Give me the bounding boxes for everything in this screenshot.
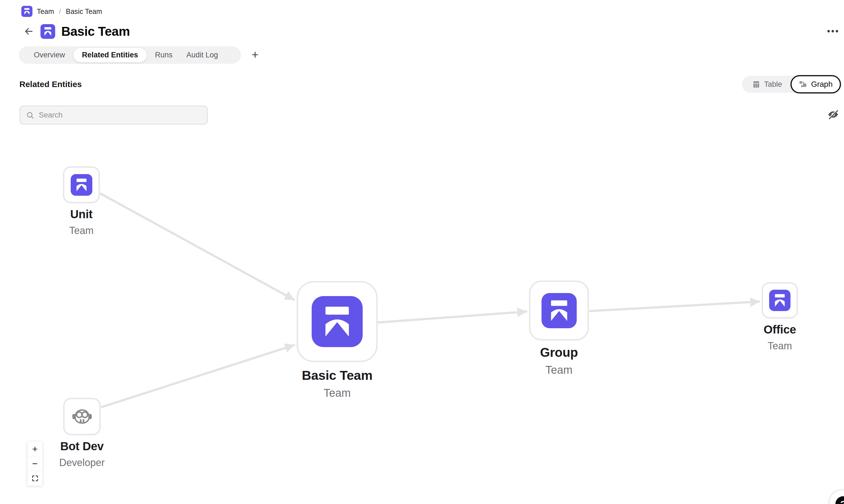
table-view-label: Table — [764, 80, 782, 89]
eye-off-icon[interactable] — [827, 109, 839, 120]
view-toggle: Table Graph — [742, 76, 841, 93]
node-label: Office Team — [702, 323, 844, 352]
entity-type-icon — [40, 24, 55, 39]
entity-card[interactable] — [63, 398, 101, 435]
graph-node-unit[interactable]: Unit Team — [63, 166, 100, 203]
tab-bar: Overview Related Entities Runs Audit Log — [19, 46, 241, 64]
section-title: Related Entities — [19, 79, 82, 89]
graph-node-group[interactable]: Group Team — [529, 281, 589, 340]
developer-bot-icon — [71, 406, 93, 428]
graph-view-label: Graph — [811, 80, 833, 89]
team-entity-icon — [71, 174, 92, 196]
graph-view-button[interactable]: Graph — [790, 75, 841, 93]
graph-edge-basic-group — [379, 312, 526, 322]
node-subtitle: Team — [259, 387, 415, 399]
tab-audit-log[interactable]: Audit Log — [181, 46, 223, 64]
fullscreen-icon[interactable] — [28, 471, 42, 486]
entity-card[interactable] — [297, 281, 378, 362]
related-entities-page: Team / Basic Team Basic Team Overview Re… — [0, 0, 844, 504]
graph-edge-group-office — [590, 302, 759, 311]
breadcrumb-item-team[interactable]: Team — [37, 7, 54, 16]
search-input[interactable] — [39, 111, 201, 120]
node-subtitle: Team — [702, 340, 844, 352]
breadcrumb-separator: / — [58, 7, 61, 15]
entity-card[interactable] — [529, 281, 589, 340]
table-icon — [752, 80, 760, 89]
node-label: Unit Team — [4, 208, 159, 236]
breadcrumb: Team / Basic Team — [21, 5, 102, 17]
page-header: Basic Team — [23, 23, 130, 39]
search-icon — [26, 111, 34, 120]
graph-node-office[interactable]: Office Team — [762, 282, 798, 319]
port-logo-icon — [21, 6, 33, 17]
tab-overview[interactable]: Overview — [28, 46, 71, 64]
graph-node-basic-team[interactable]: Basic Team Team — [297, 281, 378, 362]
node-title: Office — [702, 323, 844, 336]
zoom-out-button[interactable]: − — [28, 456, 42, 471]
zoom-in-button[interactable]: + — [28, 442, 42, 456]
node-subtitle: Team — [4, 225, 159, 236]
breadcrumb-item-basic-team[interactable]: Basic Team — [66, 7, 102, 16]
back-button[interactable] — [23, 26, 34, 37]
tab-related-entities[interactable]: Related Entities — [73, 48, 147, 62]
add-tab-button[interactable]: + — [248, 48, 262, 62]
graph-view-icon — [799, 80, 807, 89]
node-title: Unit — [4, 208, 159, 221]
entity-card[interactable] — [762, 282, 798, 319]
table-view-button[interactable]: Table — [742, 80, 782, 89]
graph-node-bot-dev[interactable]: Bot Dev Developer — [63, 398, 101, 435]
team-entity-icon — [312, 296, 363, 347]
node-title: Group — [481, 345, 636, 360]
more-menu-icon[interactable] — [827, 28, 838, 34]
node-title: Basic Team — [259, 367, 415, 383]
page-title: Basic Team — [61, 24, 130, 39]
node-label: Group Team — [481, 345, 636, 376]
search-box — [20, 106, 208, 125]
entity-card[interactable] — [63, 166, 100, 203]
team-entity-icon — [541, 293, 577, 328]
graph-edges — [0, 0, 844, 504]
node-label: Basic Team Team — [259, 367, 415, 399]
tab-runs[interactable]: Runs — [149, 46, 178, 64]
graph-zoom-controls: + − — [27, 442, 43, 486]
team-entity-icon — [769, 290, 790, 311]
node-subtitle: Team — [481, 364, 636, 376]
